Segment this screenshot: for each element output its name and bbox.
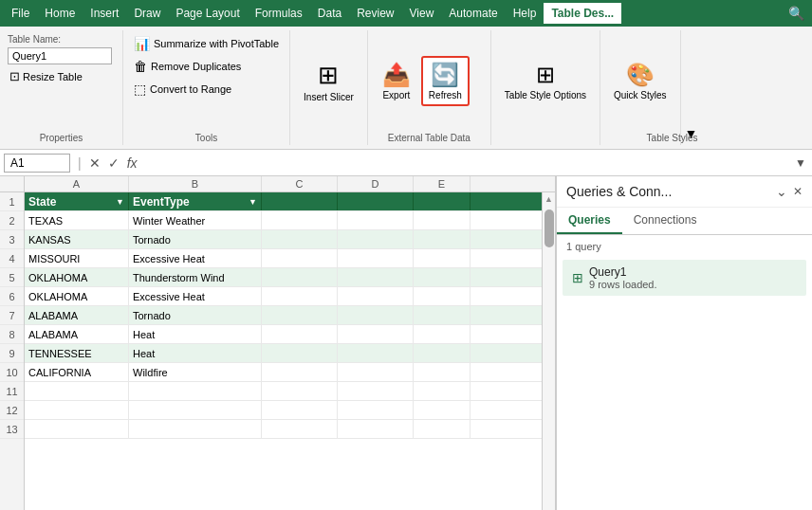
query-item[interactable]: ⊞ Query1 9 rows loaded. [563, 260, 806, 296]
cell-2-e[interactable] [414, 211, 471, 229]
vertical-scrollbar[interactable]: ▲ [542, 192, 555, 510]
menu-help[interactable]: Help [506, 3, 544, 24]
cell-9-d[interactable] [338, 344, 414, 362]
cell-8-a[interactable]: ALABAMA [25, 325, 129, 343]
cell-6-c[interactable] [262, 287, 338, 305]
col-header-a[interactable]: A [25, 176, 129, 191]
cell-5-a[interactable]: OKLAHOMA [25, 268, 129, 286]
cell-13-d[interactable] [338, 420, 414, 438]
cell-ref-input[interactable] [4, 154, 70, 173]
col-header-e[interactable]: E [414, 176, 471, 191]
col-header-b[interactable]: B [129, 176, 262, 191]
menu-insert[interactable]: Insert [83, 3, 126, 24]
export-btn[interactable]: 📤 Export [376, 58, 417, 104]
cell-9-e[interactable] [414, 344, 471, 362]
menu-pagelayout[interactable]: Page Layout [168, 3, 247, 24]
scroll-up-btn[interactable]: ▲ [543, 192, 555, 206]
cell-8-d[interactable] [338, 325, 414, 343]
formula-bar-expand[interactable]: ▼ [789, 156, 812, 170]
cell-5-c[interactable] [262, 268, 338, 286]
cell-3-b[interactable]: Tornado [129, 230, 262, 248]
col-header-d[interactable]: D [338, 176, 414, 191]
tab-connections[interactable]: Connections [622, 208, 709, 234]
cell-7-b[interactable]: Tornado [129, 306, 262, 324]
cell-2-d[interactable] [338, 211, 414, 229]
cell-8-e[interactable] [414, 325, 471, 343]
cell-3-c[interactable] [262, 230, 338, 248]
cell-12-d[interactable] [338, 401, 414, 419]
cell-12-b[interactable] [129, 401, 262, 419]
menu-automate[interactable]: Automate [441, 3, 505, 24]
insert-slicer-btn[interactable]: ⊞ Insert Slicer [298, 57, 360, 106]
cell-13-b[interactable] [129, 420, 262, 438]
cell-5-b[interactable]: Thunderstorm Wind [129, 268, 262, 286]
cell-2-a[interactable]: TEXAS [25, 211, 129, 229]
menu-review[interactable]: Review [349, 3, 401, 24]
cell-11-a[interactable] [25, 382, 129, 400]
convert-to-range-btn[interactable]: ⬚ Convert to Range [131, 80, 282, 99]
menu-draw[interactable]: Draw [126, 3, 168, 24]
cell-5-d[interactable] [338, 268, 414, 286]
cell-13-e[interactable] [414, 420, 471, 438]
cell-13-c[interactable] [262, 420, 338, 438]
cell-9-a[interactable]: TENNESSEE [25, 344, 129, 362]
cell-6-e[interactable] [414, 287, 471, 305]
cell-2-c[interactable] [262, 211, 338, 229]
header-state[interactable]: State ▼ [25, 192, 129, 210]
table-name-input[interactable] [8, 47, 112, 64]
cell-4-b[interactable]: Excessive Heat [129, 249, 262, 267]
header-eventtype[interactable]: EventType ▼ [129, 192, 262, 210]
cell-9-b[interactable]: Heat [129, 344, 262, 362]
formula-input[interactable] [141, 155, 790, 172]
refresh-btn[interactable]: 🔄 Refresh [421, 56, 470, 106]
cell-8-c[interactable] [262, 325, 338, 343]
cell-3-e[interactable] [414, 230, 471, 248]
cancel-icon[interactable]: ✕ [85, 155, 104, 171]
tab-queries[interactable]: Queries [557, 208, 622, 234]
cell-11-d[interactable] [338, 382, 414, 400]
scroll-thumb[interactable] [544, 209, 554, 247]
table-style-options-btn[interactable]: ⊞ Table Style Options [499, 58, 592, 104]
cell-11-e[interactable] [414, 382, 471, 400]
cell-7-d[interactable] [338, 306, 414, 324]
cell-10-e[interactable] [414, 363, 471, 381]
col-header-c[interactable]: C [262, 176, 338, 191]
menu-view[interactable]: View [402, 3, 442, 24]
search-icon[interactable]: 🔍 [784, 2, 808, 25]
cell-3-a[interactable]: KANSAS [25, 230, 129, 248]
queries-panel-minimize[interactable]: ⌄ [776, 184, 787, 199]
cell-10-a[interactable]: CALIFORNIA [25, 363, 129, 381]
cell-9-c[interactable] [262, 344, 338, 362]
cell-4-c[interactable] [262, 249, 338, 267]
resize-table-btn[interactable]: ⊡ Resize Table [8, 67, 115, 85]
cell-7-a[interactable]: ALABAMA [25, 306, 129, 324]
filter-arrow-a[interactable]: ▼ [116, 192, 124, 211]
confirm-icon[interactable]: ✓ [104, 155, 123, 171]
cell-8-b[interactable]: Heat [129, 325, 262, 343]
filter-arrow-b[interactable]: ▼ [249, 192, 257, 211]
cell-5-e[interactable] [414, 268, 471, 286]
cell-13-a[interactable] [25, 420, 129, 438]
cell-7-c[interactable] [262, 306, 338, 324]
cell-6-a[interactable]: OKLAHOMA [25, 287, 129, 305]
cell-4-e[interactable] [414, 249, 471, 267]
cell-7-e[interactable] [414, 306, 471, 324]
cell-4-d[interactable] [338, 249, 414, 267]
menu-formulas[interactable]: Formulas [248, 3, 310, 24]
cell-10-c[interactable] [262, 363, 338, 381]
cell-6-d[interactable] [338, 287, 414, 305]
cell-11-c[interactable] [262, 382, 338, 400]
cell-10-b[interactable]: Wildfire [129, 363, 262, 381]
cell-3-d[interactable] [338, 230, 414, 248]
quick-styles-btn[interactable]: 🎨 Quick Styles [608, 58, 673, 104]
cell-12-c[interactable] [262, 401, 338, 419]
menu-data[interactable]: Data [310, 3, 349, 24]
cell-12-e[interactable] [414, 401, 471, 419]
function-icon[interactable]: fx [123, 155, 141, 171]
menu-home[interactable]: Home [37, 3, 83, 24]
remove-duplicates-btn[interactable]: 🗑 Remove Duplicates [131, 57, 282, 76]
cell-12-a[interactable] [25, 401, 129, 419]
cell-10-d[interactable] [338, 363, 414, 381]
cell-4-a[interactable]: MISSOURI [25, 249, 129, 267]
summarize-pivottable-btn[interactable]: 📊 Summarize with PivotTable [131, 34, 282, 53]
